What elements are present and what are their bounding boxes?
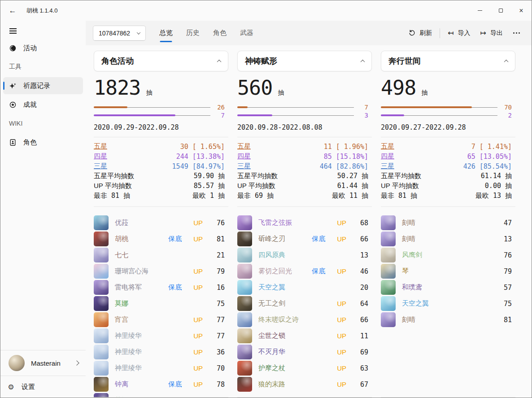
progress-fill	[381, 114, 404, 116]
item-avatar	[94, 345, 109, 359]
guarantee-badge: 保底	[312, 267, 325, 276]
maximize-button[interactable]	[490, 0, 511, 21]
sidebar-section-wiki: WIKI	[0, 115, 86, 132]
sidebar-item-activity[interactable]: 活动	[3, 39, 83, 57]
five-star-stat: 30 [ 1.65%]	[180, 143, 225, 151]
window-controls: ×	[470, 0, 532, 21]
item-name: 不灭月华	[258, 348, 331, 356]
minimize-button[interactable]	[470, 0, 490, 21]
user-account-row[interactable]: Masterain	[0, 350, 86, 376]
three-star-link[interactable]: 三星	[94, 162, 107, 171]
nav-toggle-button[interactable]	[0, 23, 86, 39]
collapse-chevron-icon[interactable]	[504, 59, 509, 64]
section-divider	[237, 206, 372, 207]
up-badge: UP	[337, 332, 346, 340]
collapse-chevron-icon[interactable]	[361, 59, 365, 64]
chevron-down-icon	[137, 31, 140, 34]
item-name: 刻晴	[402, 219, 496, 227]
pull-count: 76	[215, 219, 225, 227]
item-name: 神里绫华	[115, 364, 187, 372]
pull-item-row: 神里绫华 保底 UP 36	[94, 344, 225, 360]
item-avatar	[381, 312, 396, 327]
section-divider	[381, 137, 515, 137]
refresh-button[interactable]: 刷新	[404, 26, 437, 40]
item-avatar	[94, 280, 109, 295]
wish-record-icon	[9, 82, 17, 90]
pull-item-row: 雷电将军 保底 UP 16	[94, 280, 225, 296]
tab-history[interactable]: 历史	[186, 21, 200, 45]
collapse-chevron-icon[interactable]	[217, 59, 222, 64]
item-avatar	[237, 215, 252, 230]
pull-item-row: 神里绫华 保底 UP 77	[94, 328, 225, 344]
worst-pull-stat: 最非 81 抽	[94, 192, 130, 200]
pull-item-row: 四风原典 保底 UP 13	[237, 247, 368, 263]
up-badge: UP	[337, 235, 346, 243]
pull-item-row: 护摩之杖 保底 UP 63	[237, 360, 368, 376]
sidebar-item-wishes[interactable]: 祈愿记录	[3, 77, 83, 94]
avg-five-label: 五星平均抽数	[94, 172, 134, 180]
avg-up-label: UP 平均抽数	[94, 182, 132, 190]
tab-weapons[interactable]: 武器	[240, 21, 253, 45]
four-star-link[interactable]: 四星	[94, 152, 107, 161]
four-star-pity-progress: 7	[94, 112, 228, 118]
pull-count: 20	[358, 284, 368, 292]
pull-count: 66	[358, 235, 368, 243]
pull-history-list: 刻晴 保底 UP 47 刻晴 保底 UP 13	[381, 215, 515, 398]
tab-characters[interactable]: 角色	[213, 21, 227, 45]
up-badge: UP	[193, 348, 203, 356]
sidebar-item-character-wiki[interactable]: 角色	[3, 134, 83, 151]
banner-header[interactable]: 神铸赋形	[237, 51, 372, 71]
progress-track	[94, 114, 210, 116]
banner-header[interactable]: 角色活动	[94, 51, 228, 71]
toolbar-actions: 刷新 ↤ 导入 ↦ 导出	[404, 26, 525, 40]
item-avatar	[94, 312, 109, 327]
progress-track	[94, 106, 210, 108]
progress-track	[381, 106, 497, 108]
three-star-link[interactable]: 三星	[381, 162, 394, 171]
up-badge: UP	[337, 219, 346, 227]
pull-item-row: 钟离 保底 UP 78	[94, 376, 225, 393]
avg-five-label: 五星平均抽数	[381, 172, 421, 180]
progress-track	[237, 114, 354, 116]
back-button[interactable]: ←	[6, 4, 19, 17]
item-avatar	[237, 296, 252, 311]
up-badge: UP	[337, 364, 346, 372]
sidebar: 活动 工具 祈愿记录 成就 WIKI 角色	[0, 21, 86, 398]
import-button[interactable]: ↤ 导入	[443, 26, 475, 40]
item-name: 七七	[115, 251, 209, 259]
avg-up-value: 61.44 抽	[337, 182, 368, 190]
export-button[interactable]: ↦ 导出	[475, 26, 508, 40]
pull-count: 57	[502, 284, 512, 292]
total-pulls-unit: 抽	[421, 89, 427, 97]
tab-overview[interactable]: 总览	[159, 21, 173, 45]
sidebar-item-achievements[interactable]: 成就	[3, 96, 83, 113]
four-star-link[interactable]: 四星	[237, 152, 251, 161]
item-name: 神里绫华	[115, 348, 187, 356]
sidebar-item-settings[interactable]: ⚙ 设置	[0, 376, 86, 398]
close-button[interactable]: ×	[511, 0, 532, 21]
up-badge: UP	[193, 284, 203, 291]
guarantee-badge: 保底	[168, 283, 182, 292]
pull-item-row: 尘世之锁 保底 UP 11	[237, 328, 368, 344]
up-badge: UP	[193, 364, 203, 372]
item-avatar	[237, 232, 252, 246]
pull-count: 77	[215, 332, 225, 340]
sidebar-item-label: 祈愿记录	[23, 82, 50, 90]
five-star-pity-value: 26	[215, 104, 225, 111]
banner-column: 神铸赋形 560 抽 7	[237, 51, 372, 398]
uid-selector[interactable]: 107847862	[93, 26, 146, 41]
five-star-link[interactable]: 五星	[381, 142, 394, 151]
item-avatar	[237, 377, 252, 392]
four-star-link[interactable]: 四星	[381, 152, 394, 161]
more-button[interactable]	[508, 29, 525, 37]
banner-header[interactable]: 奔行世间	[381, 51, 515, 71]
export-icon: ↦	[480, 30, 486, 37]
pull-item-row: 宵宫 保底 UP 77	[94, 312, 225, 328]
five-star-link[interactable]: 五星	[237, 142, 251, 151]
item-name: 天空之翼	[402, 299, 496, 308]
five-star-link[interactable]: 五星	[94, 142, 107, 151]
item-name: 天空之翼	[258, 283, 352, 292]
three-star-link[interactable]: 三星	[237, 162, 251, 171]
banner-column: 角色活动 1823 抽 26	[94, 51, 228, 398]
four-star-stat: 85 [15.18%]	[324, 153, 368, 161]
